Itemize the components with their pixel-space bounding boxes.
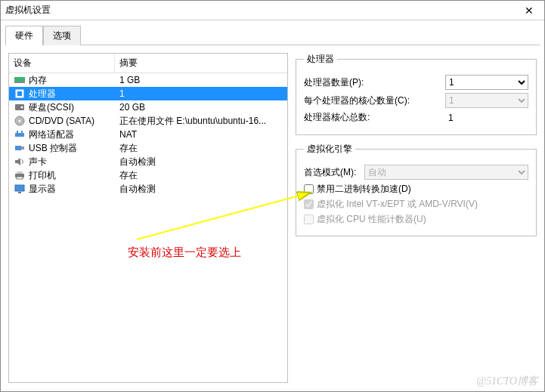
cd-icon [14,116,26,126]
chk-binary-label: 禁用二进制转换加速(D) [317,183,411,196]
device-row-1[interactable]: 处理器1 [9,87,287,100]
proc-cores-label: 每个处理器的核心数量(C): [304,94,445,107]
device-summary: 存在 [115,142,287,155]
svg-rect-1 [14,82,25,83]
device-name: 硬盘(SCSI) [29,101,115,114]
virt-mode-select: 自动 [364,165,528,180]
proc-count-label: 处理器数量(P): [304,76,445,89]
chk-cpu-label: 虚拟化 CPU 性能计数器(U) [317,213,426,226]
device-name: 声卡 [29,156,115,168]
device-summary: 1 [115,88,287,99]
device-list: 设备 摘要 内存1 GB处理器1硬盘(SCSI)20 GBCD/DVD (SAT… [8,53,288,383]
device-row-8[interactable]: 显示器自动检测 [9,182,287,196]
processors-legend: 处理器 [304,53,337,66]
usb-icon [14,143,26,153]
device-row-0[interactable]: 内存1 GB [9,73,287,87]
proc-count-select[interactable]: 1 [445,75,528,90]
svg-rect-8 [15,133,24,137]
device-rows: 内存1 GB处理器1硬盘(SCSI)20 GBCD/DVD (SATA)正在使用… [9,73,287,196]
device-summary: NAT [115,129,287,140]
right-panel: 处理器 处理器数量(P): 1 每个处理器的核心数量(C): 1 处理器核心总数… [296,53,537,383]
svg-rect-10 [21,131,23,133]
printer-icon [14,170,26,181]
list-header: 设备 摘要 [9,54,287,73]
window-title: 虚拟机设置 [5,4,51,17]
tab-options[interactable]: 选项 [43,26,81,45]
device-row-2[interactable]: 硬盘(SCSI)20 GB [9,100,287,114]
chk-vtx-label: 虚拟化 Intel VT-x/EPT 或 AMD-V/RVI(V) [317,198,478,211]
chk-cpu [304,215,314,224]
svg-point-5 [21,106,23,109]
disk-icon [14,102,26,113]
svg-rect-11 [15,146,21,150]
device-summary: 20 GB [115,102,287,113]
device-name: 处理器 [29,88,115,100]
device-summary: 存在 [115,169,287,182]
device-summary: 自动检测 [115,183,287,196]
display-icon [14,184,26,194]
device-summary: 正在使用文件 E:\ubuntu\ubuntu-16... [115,115,287,128]
tab-strip: 硬件 选项 [1,20,544,45]
svg-rect-14 [17,171,23,174]
device-name: 打印机 [29,169,115,182]
device-row-5[interactable]: USB 控制器存在 [9,141,287,155]
device-row-4[interactable]: 网络适配器NAT [9,128,287,141]
chk-binary[interactable] [304,184,314,194]
svg-point-7 [19,120,21,122]
svg-rect-12 [21,147,24,150]
virt-mode-label: 首选模式(M): [304,166,364,179]
tab-hardware[interactable]: 硬件 [5,26,43,45]
svg-rect-0 [14,77,25,82]
device-row-3[interactable]: CD/DVD (SATA)正在使用文件 E:\ubuntu\ubuntu-16.… [9,114,287,128]
virt-legend: 虚拟化引擎 [304,143,355,156]
svg-rect-16 [15,185,24,191]
proc-total-label: 处理器核心总数: [304,111,445,124]
net-icon [14,129,26,140]
memory-icon [14,75,26,85]
device-summary: 1 GB [115,75,287,85]
annotation-text: 安装前这里一定要选上 [128,245,241,260]
svg-rect-17 [18,192,21,193]
chk-vtx [304,199,314,209]
device-name: USB 控制器 [29,142,115,155]
proc-total-value: 1 [445,113,528,123]
device-name: 内存 [29,74,115,87]
device-name: 网络适配器 [29,128,115,141]
watermark: @51CTO博客 [476,375,538,388]
svg-rect-3 [17,91,22,96]
col-device[interactable]: 设备 [9,54,115,73]
svg-rect-9 [17,131,18,133]
device-row-7[interactable]: 打印机存在 [9,168,287,182]
device-name: CD/DVD (SATA) [29,116,115,126]
close-icon[interactable]: ✕ [514,1,544,20]
content-area: 设备 摘要 内存1 GB处理器1硬盘(SCSI)20 GBCD/DVD (SAT… [1,45,544,390]
device-row-6[interactable]: 声卡自动检测 [9,155,287,168]
virt-group: 虚拟化引擎 首选模式(M): 自动 禁用二进制转换加速(D) 虚拟化 Intel… [296,143,537,236]
proc-cores-select: 1 [445,93,528,108]
processors-group: 处理器 处理器数量(P): 1 每个处理器的核心数量(C): 1 处理器核心总数… [296,53,537,135]
device-name: 显示器 [29,183,115,196]
col-summary[interactable]: 摘要 [115,54,287,73]
cpu-icon [14,88,26,99]
device-summary: 自动检测 [115,156,287,168]
svg-rect-15 [17,177,23,179]
titlebar: 虚拟机设置 ✕ [1,1,544,20]
sound-icon [14,156,26,167]
